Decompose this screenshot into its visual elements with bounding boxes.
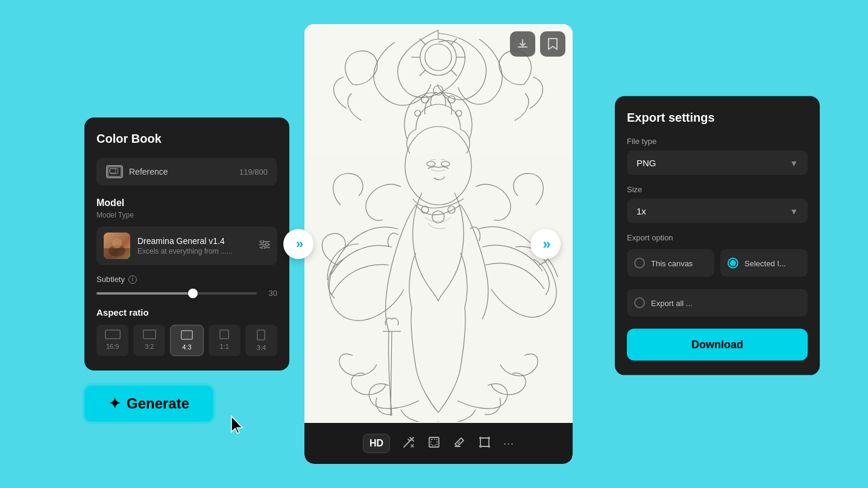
download-top-btn[interactable] — [510, 31, 535, 57]
right-arrow-button[interactable]: » — [530, 229, 561, 259]
radio-this-canvas[interactable] — [634, 258, 645, 269]
svg-rect-14 — [181, 331, 193, 340]
left-panel: Color Book Reference 119/800 Model Model… — [84, 117, 289, 371]
canvas-artwork — [304, 24, 573, 422]
wand-icon[interactable] — [402, 436, 415, 452]
svg-point-35 — [488, 437, 490, 439]
aspect-btn-16-9[interactable]: 16:9 — [96, 325, 128, 356]
option-label-this-canvas: This canvas — [651, 258, 693, 267]
radio-dot-selected — [730, 260, 736, 266]
size-select[interactable]: 1x ▼ — [627, 199, 808, 224]
export-title: Export settings — [627, 111, 808, 125]
export-option-this-canvas[interactable]: This canvas — [627, 249, 714, 277]
size-chevron: ▼ — [790, 206, 798, 216]
size-value: 1x — [637, 206, 646, 216]
panel-title: Color Book — [96, 132, 277, 146]
svg-rect-1 — [110, 169, 116, 173]
svg-rect-32 — [431, 439, 437, 445]
cursor-icon — [229, 415, 246, 440]
aspect-btn-3-2[interactable]: 3:2 — [133, 325, 165, 356]
export-options-grid: This canvas Selected I... — [627, 249, 808, 277]
model-section-sublabel: Model Type — [96, 211, 277, 219]
subtlety-slider[interactable]: 30 — [96, 289, 277, 298]
aspect-label-16-9: 16:9 — [106, 343, 119, 350]
export-option-selected[interactable]: Selected I... — [720, 249, 808, 277]
canvas-toolbar: HD — [304, 423, 573, 464]
option-label-all: Export all ... — [651, 298, 693, 307]
main-container: Color Book Reference 119/800 Model Model… — [0, 0, 868, 488]
hd-button[interactable]: HD — [363, 434, 390, 453]
model-settings-icon[interactable] — [259, 240, 270, 251]
aspect-label-1-1: 1:1 — [220, 343, 229, 350]
right-panel: Export settings File type PNG ▼ Size 1x … — [615, 96, 820, 375]
subtlety-row: Subtlety i 30 — [96, 275, 277, 298]
transform-icon[interactable] — [478, 436, 491, 452]
svg-rect-15 — [220, 330, 229, 339]
bookmark-top-btn[interactable] — [540, 31, 565, 57]
generate-icon: ✦ — [108, 395, 121, 412]
aspect-label-3-2: 3:2 — [145, 343, 154, 350]
reference-label: Reference — [129, 167, 168, 177]
svg-point-9 — [261, 240, 264, 243]
file-type-chevron: ▼ — [790, 158, 798, 167]
aspect-ratio-label: Aspect ratio — [96, 307, 277, 318]
slider-track[interactable] — [96, 292, 257, 295]
svg-rect-0 — [108, 167, 121, 177]
more-options-button[interactable]: ··· — [503, 437, 514, 450]
file-type-label: File type — [627, 137, 808, 146]
canvas-image — [304, 24, 573, 422]
aspect-label-3-4: 3:4 — [257, 344, 266, 351]
model-name: Dreamina General v1.4 — [137, 236, 252, 246]
model-row[interactable]: Dreamina General v1.4 Excels at everythi… — [96, 227, 277, 265]
svg-rect-13 — [143, 330, 156, 339]
svg-point-34 — [479, 437, 482, 439]
file-type-value: PNG — [637, 158, 656, 168]
export-option-label: Export option — [627, 233, 808, 242]
info-icon: i — [128, 275, 137, 284]
reference-box[interactable]: Reference 119/800 — [96, 158, 277, 186]
model-info: Dreamina General v1.4 Excels at everythi… — [137, 236, 252, 255]
size-label: Size — [627, 185, 808, 194]
svg-point-37 — [488, 445, 490, 448]
svg-point-11 — [262, 246, 265, 249]
canvas-top-bar — [510, 31, 565, 57]
right-arrow-icon: » — [542, 236, 548, 252]
export-option-all[interactable]: Export all ... — [627, 289, 808, 317]
svg-rect-16 — [257, 330, 265, 340]
model-thumbnail — [104, 233, 130, 259]
download-button[interactable]: Download — [627, 329, 808, 361]
generate-label: Generate — [127, 395, 189, 412]
crop-icon[interactable] — [427, 436, 441, 452]
slider-thumb[interactable] — [188, 289, 198, 298]
slider-fill — [96, 292, 193, 295]
left-arrow-button[interactable]: » — [283, 229, 313, 259]
model-section-label: Model — [96, 198, 277, 208]
svg-point-5 — [114, 239, 120, 243]
svg-rect-33 — [480, 438, 489, 446]
file-type-select[interactable]: PNG ▼ — [627, 151, 808, 175]
subtlety-label: Subtlety i — [96, 275, 277, 284]
aspect-ratio-row: 16:9 3:2 4:3 1:1 3:4 — [96, 325, 277, 356]
left-arrow-icon: » — [296, 236, 301, 252]
model-desc: Excels at everything from ...... — [137, 247, 252, 255]
svg-point-10 — [266, 243, 269, 246]
svg-point-36 — [479, 445, 482, 448]
aspect-label-4-3: 4:3 — [182, 343, 191, 351]
reference-left: Reference — [106, 165, 168, 178]
radio-all[interactable] — [634, 298, 645, 308]
svg-rect-12 — [105, 330, 120, 339]
radio-selected[interactable] — [728, 258, 738, 269]
aspect-btn-1-1[interactable]: 1:1 — [209, 325, 241, 356]
generate-button[interactable]: ✦ Generate — [84, 386, 213, 422]
slider-value: 30 — [263, 289, 277, 298]
aspect-btn-4-3[interactable]: 4:3 — [170, 325, 203, 356]
eraser-icon[interactable] — [453, 436, 466, 452]
reference-icon — [106, 165, 123, 178]
reference-count: 119/800 — [239, 167, 268, 177]
option-label-selected: Selected I... — [744, 258, 786, 267]
aspect-btn-3-4[interactable]: 3:4 — [245, 325, 277, 356]
